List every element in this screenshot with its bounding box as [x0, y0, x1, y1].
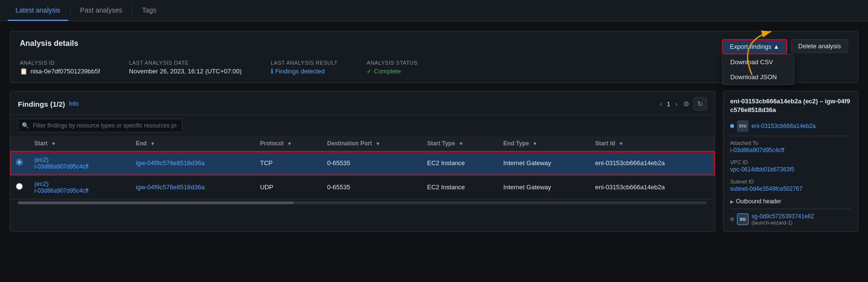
subnet-id-value[interactable]: subnet-0d4e3549fce502767	[730, 185, 851, 192]
export-dropdown-container: Export findings ▲ Download CSV Download …	[722, 39, 787, 54]
row2-start-id[interactable]: i-03d86a907d95c4cff	[34, 187, 88, 194]
row1-start-id: eni-03153cb666a14eb2a	[589, 151, 715, 175]
col-start: Start ▼	[29, 136, 130, 151]
findings-title-text: Findings (1/2)	[18, 100, 65, 108]
panel-divider-2	[730, 209, 851, 209]
row2-end-cell: igw-04f9c576e8518d36a	[130, 175, 254, 199]
vpc-id-value[interactable]: vpc-0614dbb01b67363f5	[730, 166, 851, 173]
top-navigation: Latest analysis Past analyses Tags	[0, 0, 868, 21]
row1-end-type: Internet Gateway	[498, 151, 589, 175]
network-interface-icon: ENI	[737, 120, 749, 132]
tab-latest-analysis[interactable]: Latest analysis	[8, 0, 68, 21]
pagination-next-button[interactable]: ›	[673, 99, 679, 109]
nav-divider-1	[70, 6, 71, 15]
search-icon: 🔍	[22, 122, 29, 129]
row1-start-id[interactable]: i-03d86a907d95c4cff	[34, 163, 88, 170]
findings-refresh-button[interactable]: ↻	[693, 97, 707, 111]
analysis-details-title: Analysis details	[20, 39, 78, 48]
pagination-prev-button[interactable]: ‹	[658, 99, 664, 109]
right-panel: eni-03153cb666a14eb2a (ec2) – igw-04f9c5…	[723, 91, 858, 232]
action-buttons: Export findings ▲ Download CSV Download …	[722, 39, 848, 54]
last-result-value: ℹ Findings detected	[271, 68, 338, 75]
row1-start-type[interactable]: (ec2)	[34, 156, 88, 163]
node-dot	[730, 124, 734, 128]
security-group-icon: SG	[737, 213, 749, 225]
analysis-id-label: Analysis ID	[20, 60, 100, 66]
tab-tags[interactable]: Tags	[134, 0, 164, 21]
findings-controls: ‹ 1 › ⚙ ↻	[658, 97, 707, 111]
row2-start-type[interactable]: (ec2)	[34, 180, 88, 187]
sg-value-container: sg-0d9c5726393741e82 (launch-wizard-1)	[751, 213, 814, 226]
row2-dest-port: 0-65535	[322, 175, 422, 199]
findings-settings-button[interactable]: ⚙	[683, 100, 690, 108]
search-wrapper: 🔍	[18, 119, 707, 132]
subnet-id-section: Subnet ID subnet-0d4e3549fce502767	[730, 179, 851, 192]
last-result-field: Last analysis result ℹ Findings detected	[271, 60, 338, 75]
row2-radio[interactable]	[16, 183, 23, 190]
findings-main-panel: Findings (1/2) Info ‹ 1 › ⚙ ↻ 🔍	[10, 91, 715, 232]
outbound-header-toggle[interactable]: ▶ Outbound header	[730, 198, 851, 205]
vpc-id-label: VPC ID	[730, 159, 851, 165]
row1-end-link[interactable]: igw-04f9c576e8518d36a	[136, 159, 205, 167]
row1-radio-cell[interactable]	[10, 151, 29, 175]
table-row: (ec2) i-03d86a907d95c4cff igw-04f9c576e8…	[10, 151, 715, 175]
sg-sub: (launch-wizard-1)	[751, 220, 814, 226]
pagination-controls: ‹ 1 ›	[658, 99, 679, 109]
row2-protocol: UDP	[254, 175, 322, 199]
row1-dest-port: 0-65535	[322, 151, 422, 175]
panel-divider-1	[730, 136, 851, 136]
col-end: End ▼	[130, 136, 254, 151]
end-node: SG sg-0d9c5726393741e82 (launch-wizard-1…	[730, 213, 851, 226]
tab-past-analyses[interactable]: Past analyses	[73, 0, 130, 21]
analysis-id-field: Analysis ID 📋 nisa-0e7df07501239bb5f	[20, 60, 100, 75]
row1-start-type: EC2 Instance	[421, 151, 498, 175]
col-start-id: Start Id ▼	[589, 136, 715, 151]
row2-start-type: EC2 Instance	[421, 175, 498, 199]
download-json-item[interactable]: Download JSON	[722, 70, 794, 85]
delete-analysis-button[interactable]: Delete analysis	[791, 39, 848, 53]
row1-protocol: TCP	[254, 151, 322, 175]
row2-end-type: Internet Gateway	[498, 175, 589, 199]
row2-end-link[interactable]: igw-04f9c576e8518d36a	[136, 183, 205, 191]
findings-section: Findings (1/2) Info ‹ 1 › ⚙ ↻ 🔍	[10, 91, 858, 232]
row2-radio-cell[interactable]	[10, 175, 29, 199]
findings-info-link[interactable]: Info	[69, 100, 79, 107]
table-header-row: Start ▼ End ▼ Protocol ▼ Destination Por…	[10, 136, 715, 151]
start-node: ENI eni-03153cb666a14eb2a	[730, 120, 851, 132]
col-start-type: Start Type ▼	[421, 136, 498, 151]
attached-to-label: Attached To	[730, 140, 851, 146]
findings-title: Findings (1/2) Info	[18, 100, 79, 108]
refresh-icon: ↻	[697, 100, 703, 108]
export-findings-button[interactable]: Export findings ▲	[722, 39, 787, 54]
nav-divider-2	[132, 6, 132, 15]
start-node-value[interactable]: eni-03153cb666a14eb2a	[751, 123, 816, 129]
download-csv-item[interactable]: Download CSV	[722, 55, 794, 70]
main-content: Analysis details Export findings ▲ Downl…	[0, 21, 868, 232]
last-date-field: Last analysis date November 26, 2023, 16…	[129, 60, 242, 75]
col-select	[10, 136, 29, 151]
vpc-id-section: VPC ID vpc-0614dbb01b67363f5	[730, 159, 851, 173]
findings-search-input[interactable]	[18, 119, 182, 132]
sg-value[interactable]: sg-0d9c5726393741e82	[751, 213, 814, 220]
row2-start-cell: (ec2) i-03d86a907d95c4cff	[29, 175, 130, 199]
chevron-right-icon: ▶	[730, 199, 734, 204]
findings-table: Start ▼ End ▼ Protocol ▼ Destination Por…	[10, 136, 715, 199]
outbound-header-label: Outbound header	[736, 198, 781, 205]
calendar-icon: 📋	[20, 68, 28, 75]
pagination-current: 1	[667, 100, 670, 108]
analysis-status-field: Analysis status ✓ Complete	[367, 60, 417, 75]
end-node-dot	[730, 217, 734, 221]
last-date-value: November 26, 2023, 16:12 (UTC+07:00)	[129, 68, 242, 75]
attached-to-section: Attached To i-03d86a907d95c4cff	[730, 140, 851, 154]
last-date-label: Last analysis date	[129, 60, 242, 66]
row1-radio[interactable]	[16, 159, 23, 166]
findings-header-row: Findings (1/2) Info ‹ 1 › ⚙ ↻	[10, 91, 715, 115]
col-end-type: End Type ▼	[498, 136, 589, 151]
right-panel-title: eni-03153cb666a14eb2a (ec2) – igw-04f9c5…	[730, 97, 851, 114]
attached-to-value[interactable]: i-03d86a907d95c4cff	[730, 147, 851, 154]
row2-start-id: eni-03153cb666a14eb2a	[589, 175, 715, 199]
horizontal-scrollbar[interactable]	[18, 201, 707, 204]
subnet-id-label: Subnet ID	[730, 179, 851, 184]
analysis-status-label: Analysis status	[367, 60, 417, 66]
analysis-status-value: ✓ Complete	[367, 68, 417, 75]
